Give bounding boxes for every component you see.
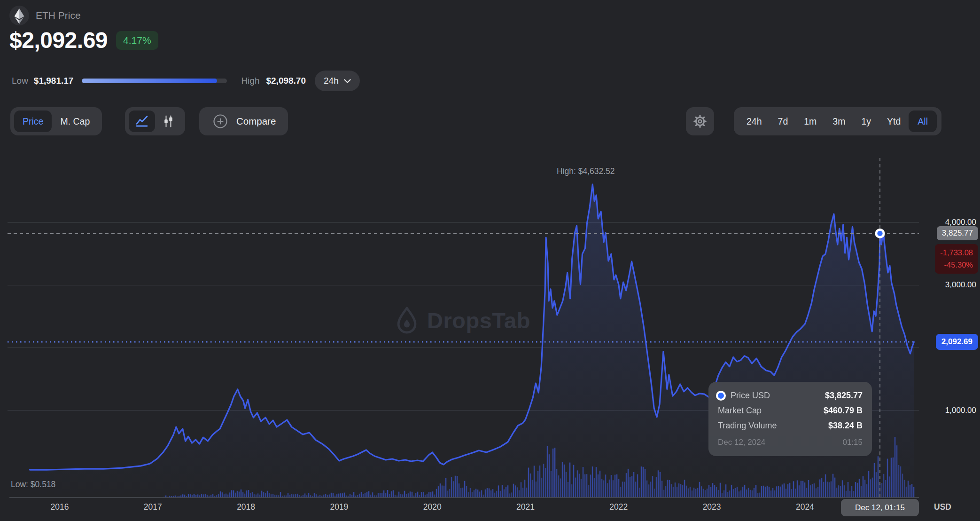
cursor-date-box: Dec 12, 01:15 [841,499,919,516]
x-axis-year-2022: 2022 [598,502,640,512]
crosshair-change-value: -1,733.08 [940,247,973,259]
chevron-down-icon [344,79,351,83]
chart-type-toggle [125,107,185,135]
low-label: Low [12,76,28,86]
compare-label: Compare [236,116,276,127]
crosshair-change-box: -1,733.08 -45.30% [935,244,978,274]
tooltip-date: Dec 12, 2024 [718,438,765,447]
line-chart-icon [135,114,149,128]
chart-type-candles-button[interactable] [155,111,181,132]
crosshair-price-box: 3,825.77 [937,226,978,240]
currency-label: USD [934,502,951,512]
range-slider-fill [82,79,217,83]
chart-settings-button[interactable] [686,107,714,135]
eth-logo-icon [9,6,29,25]
range-tab-1m[interactable]: 1m [796,111,824,132]
x-axis-year-2020: 2020 [411,502,453,512]
compare-button[interactable]: Compare [199,107,288,135]
coin-label: ETH Price [36,10,81,21]
watermark: DropsTab [395,306,530,335]
series-marker-icon [716,391,726,401]
tooltip-time: 01:15 [842,438,863,447]
range-tab-ytd[interactable]: Ytd [879,111,909,132]
crosshair-change-percent: -45.30% [940,259,973,271]
high-label: High [241,76,259,86]
metric-tab-m-cap[interactable]: M. Cap [52,111,98,132]
range-tab-1y[interactable]: 1y [853,111,879,132]
x-axis-year-2021: 2021 [505,502,547,512]
y-axis-label-3000: 3,000.00 [945,280,976,290]
chart-type-line-button[interactable] [129,111,155,132]
eth-price-widget: ETH Price $2,092.69 4.17% Low $1,981.17 … [0,0,980,521]
price-change-badge: 4.17% [116,31,158,50]
y-axis-label-1000: 1,000.00 [945,406,976,415]
x-axis-year-2023: 2023 [691,502,733,512]
chart-tooltip: Price USD$3,825.77Market Cap$460.79 BTra… [708,382,872,456]
tooltip-rows: Price USD$3,825.77Market Cap$460.79 BTra… [718,388,863,433]
range-period-value: 24h [324,76,339,86]
dropstab-droplet-icon [395,306,419,335]
tooltip-row: Price USD$3,825.77 [718,388,863,403]
range-slider [82,79,227,83]
price-row: $2,092.69 4.17% [9,27,158,53]
range-tab-7d[interactable]: 7d [770,111,796,132]
high-value: $2,098.70 [266,76,306,86]
tooltip-row: Market Cap$460.79 B [718,403,863,418]
x-axis-year-2019: 2019 [318,502,360,512]
range-tab-3m[interactable]: 3m [824,111,853,132]
plus-circle-icon [211,112,229,130]
x-axis-year-2024: 2024 [784,502,826,512]
candlestick-icon [161,114,175,128]
x-axis-year-2016: 2016 [39,502,81,512]
current-price: $2,092.69 [9,27,108,53]
gear-icon [693,114,707,128]
low-annotation: Low: $0.518 [11,480,55,489]
tooltip-row: Trading Volume$38.24 B [718,418,863,433]
time-range-tabs: 24h7d1m3m1yYtdAll [734,107,941,135]
tooltip-footer: Dec 12, 2024 01:15 [718,435,863,450]
high-annotation: High: $4,632.52 [557,166,615,176]
header: ETH Price [9,6,81,25]
watermark-text: DropsTab [427,308,530,333]
x-axis-year-2018: 2018 [225,502,267,512]
metric-tab-price[interactable]: Price [14,111,52,132]
y-axis-label-4000: 4,000.00 [945,218,976,227]
crosshair-marker-dot [877,231,882,236]
daily-range-row: Low $1,981.17 High $2,098.70 24h [12,71,360,91]
metric-toggle: PriceM. Cap [10,107,102,135]
range-tab-24h[interactable]: 24h [739,111,770,132]
range-period-dropdown[interactable]: 24h [315,71,360,91]
low-value: $1,981.17 [34,76,74,86]
current-price-box: 2,092.69 [936,334,978,350]
range-tab-all[interactable]: All [909,111,937,132]
x-axis-year-2017: 2017 [132,502,174,512]
